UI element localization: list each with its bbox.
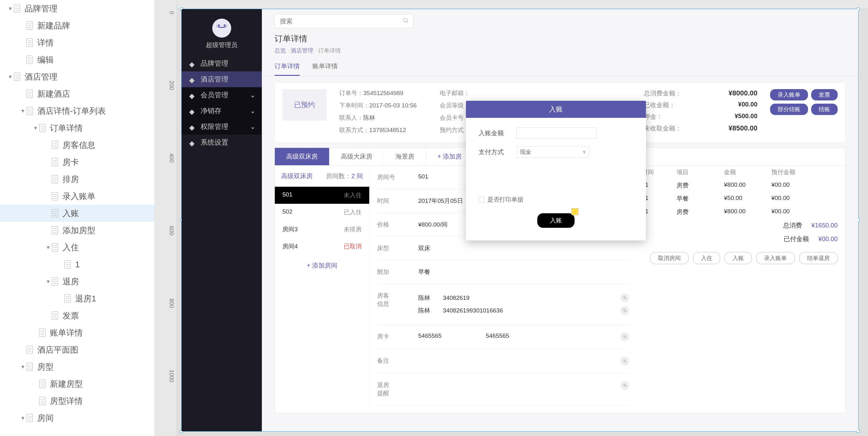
tree-item[interactable]: 新建品牌 xyxy=(0,17,154,34)
breadcrumb-home[interactable]: 总览 xyxy=(275,48,286,54)
lock-icon: ◆ xyxy=(189,124,195,130)
cost-row: 01房费¥800.00¥00.00 xyxy=(642,179,838,192)
edit-icon[interactable]: ✎ xyxy=(620,332,629,341)
tree-item[interactable]: 新建酒店 xyxy=(0,85,154,102)
sidebar-item[interactable]: ◆净销存⌄ xyxy=(182,103,262,119)
room-list-item[interactable]: 房间3未排房 xyxy=(275,221,369,238)
design-canvas[interactable]: 超级管理员 ◆品牌管理◆酒店管理◆会员管理⌄◆净销存⌄◆权限管理⌄◆系统设置 xyxy=(177,0,868,436)
room-type-tab[interactable]: 高级双床房 xyxy=(275,148,330,165)
order-summary: 总消费金额：¥8000.00 已收金额：¥00.00 押金：¥500.00 未收… xyxy=(644,89,757,136)
sidebar-item[interactable]: ◆会员管理⌄ xyxy=(182,87,262,103)
diamond-icon: ◆ xyxy=(189,60,195,67)
action-button[interactable]: 入住 xyxy=(693,252,720,264)
cost-table: 时间项目金额预付金额 01房费¥800.00¥00.0001早餐¥50.00¥0… xyxy=(642,165,838,405)
selection-frame[interactable]: 超级管理员 ◆品牌管理◆酒店管理◆会员管理⌄◆净销存⌄◆权限管理⌄◆系统设置 xyxy=(181,9,859,432)
tree-item[interactable]: ▾酒店详情-订单列表 xyxy=(0,102,154,119)
search-input[interactable] xyxy=(275,14,413,28)
amount-label: 入账金额 xyxy=(478,129,510,137)
method-label: 支付方式 xyxy=(478,148,510,156)
bolt-icon: ⚡ xyxy=(571,208,578,215)
avatar xyxy=(212,19,231,38)
checkout-button[interactable]: 结账 xyxy=(811,104,838,115)
chevron-down-icon: ⌄ xyxy=(250,107,255,115)
svg-line-1 xyxy=(407,22,408,23)
cost-row: 01早餐¥50.00¥00.00 xyxy=(642,192,838,205)
tree-item[interactable]: 排房 xyxy=(0,170,154,188)
room-type-tab[interactable]: 海景房 xyxy=(384,148,426,165)
tree-item[interactable]: 录入账单 xyxy=(0,188,154,205)
svg-point-0 xyxy=(404,18,407,22)
tree-item[interactable]: ▾订单详情 xyxy=(0,119,154,136)
order-status: 已预约 xyxy=(282,89,327,121)
tab[interactable]: 订单详情 xyxy=(275,58,300,76)
tree-item[interactable]: ▾品牌管理 xyxy=(0,0,154,17)
clock-icon: ◆ xyxy=(189,108,195,114)
enter-bill-button[interactable]: 录入账单 xyxy=(770,89,808,100)
sidebar-item[interactable]: ◆酒店管理 xyxy=(182,71,262,87)
modal-title: 入账 xyxy=(466,101,646,118)
app-sidebar: 超级管理员 ◆品牌管理◆酒店管理◆会员管理⌄◆净销存⌄◆权限管理⌄◆系统设置 xyxy=(182,9,262,431)
tree-item[interactable]: 编辑 xyxy=(0,51,154,68)
action-button[interactable]: 入账 xyxy=(724,252,752,264)
edit-icon[interactable]: ✎ xyxy=(620,306,629,315)
add-room-button[interactable]: + 添加房间 xyxy=(275,255,369,276)
tab[interactable]: 账单详情 xyxy=(312,58,338,76)
tree-item[interactable]: 酒店平面图 xyxy=(0,341,154,358)
page-title: 订单详情 xyxy=(275,33,845,44)
tree-item[interactable]: 房客信息 xyxy=(0,136,154,154)
sidebar-item[interactable]: ◆系统设置 xyxy=(182,134,262,150)
print-checkbox[interactable] xyxy=(478,197,484,203)
admin-label: 超级管理员 xyxy=(182,41,262,49)
user-icon: ◆ xyxy=(189,92,195,98)
tree-item[interactable]: 1 xyxy=(0,256,154,273)
room-list-item[interactable]: 502已入住 xyxy=(275,204,369,221)
gear-icon: ◆ xyxy=(189,139,195,146)
tree-item[interactable]: 发票 xyxy=(0,307,154,324)
sidebar-item[interactable]: ◆权限管理⌄ xyxy=(182,119,262,134)
tree-item[interactable]: 退房1 xyxy=(0,290,154,307)
payment-modal: 入账 入账金额 支付方式 现金 ▾ 是否 xyxy=(466,101,646,241)
chevron-down-icon: ⌄ xyxy=(250,123,255,131)
modal-submit-button[interactable]: 入账 ⚡ xyxy=(537,213,575,228)
tree-item[interactable]: ▾酒店管理 xyxy=(0,68,154,85)
tree-item[interactable]: 房卡 xyxy=(0,154,154,170)
tree-item[interactable]: 账单详情 xyxy=(0,324,154,341)
action-button[interactable]: 取消房间 xyxy=(650,252,689,264)
hotel-icon: ◆ xyxy=(189,76,195,83)
chevron-down-icon: ▾ xyxy=(583,149,586,155)
breadcrumb-current: 订单详情 xyxy=(318,48,341,54)
detail-tabs: 订单详情账单详情 xyxy=(262,58,858,76)
ruler-horizontal xyxy=(177,0,868,9)
tree-item[interactable]: 房型详情 xyxy=(0,393,154,409)
cost-row: 01房费¥800.00¥00.00 xyxy=(642,205,838,219)
room-list-panel: 高级双床房 房间数：2 间 501未入住502已入住房间3未排房房间4已取消 +… xyxy=(275,165,370,413)
tree-item[interactable]: ▾退房 xyxy=(0,273,154,290)
tree-item[interactable]: ▾房型 xyxy=(0,358,154,375)
edit-icon[interactable]: ✎ xyxy=(620,381,629,390)
print-label: 是否打印单据 xyxy=(487,195,523,204)
room-list-item[interactable]: 房间4已取消 xyxy=(275,238,369,255)
tree-item[interactable]: ▾房间 xyxy=(0,409,154,427)
edit-icon[interactable]: ✎ xyxy=(620,293,629,302)
action-button[interactable]: 结单退房 xyxy=(799,252,838,264)
tree-item[interactable]: 入账 xyxy=(0,205,154,222)
ruler-vertical: 02004006008001000 xyxy=(155,0,177,436)
search-icon xyxy=(403,18,409,25)
project-tree[interactable]: ▾品牌管理新建品牌详情编辑▾酒店管理新建酒店▾酒店详情-订单列表▾订单详情房客信… xyxy=(0,0,155,436)
tree-item[interactable]: 添加房型 xyxy=(0,222,154,239)
partial-checkout-button[interactable]: 部分结账 xyxy=(770,104,808,115)
tree-item[interactable]: ▾入住 xyxy=(0,239,154,256)
edit-icon[interactable]: ✎ xyxy=(620,357,629,366)
breadcrumb-hotel[interactable]: 酒店管理 xyxy=(290,48,313,54)
breadcrumb: 总览 · 酒店管理 · 订单详情 xyxy=(275,47,845,54)
payment-method-select[interactable]: 现金 ▾ xyxy=(517,146,589,158)
chevron-down-icon: ⌄ xyxy=(250,91,255,99)
tree-item[interactable]: 新建房型 xyxy=(0,375,154,393)
amount-input[interactable] xyxy=(517,127,597,139)
tree-item[interactable]: 详情 xyxy=(0,34,154,51)
sidebar-item[interactable]: ◆品牌管理 xyxy=(182,56,262,71)
invoice-button[interactable]: 发票 xyxy=(811,89,838,100)
room-list-item[interactable]: 501未入住 xyxy=(275,187,369,204)
room-type-tab[interactable]: 高级大床房 xyxy=(330,148,384,165)
action-button[interactable]: 录入账单 xyxy=(756,252,795,264)
